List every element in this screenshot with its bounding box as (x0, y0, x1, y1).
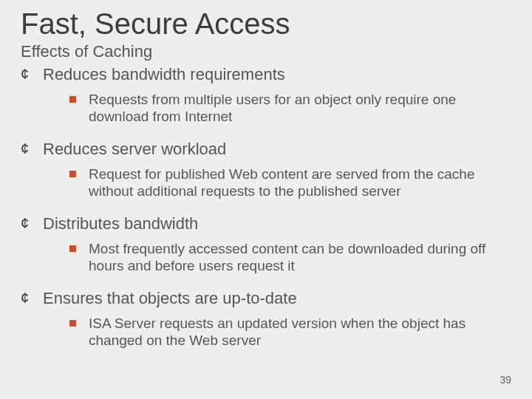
sub-list: ISA Server requests an updated version w… (43, 315, 511, 350)
slide: Fast, Secure Access Effects of Caching R… (0, 0, 532, 399)
list-item: Distributes bandwidth Most frequently ac… (21, 214, 511, 275)
sub-list: Most frequently accessed content can be … (43, 240, 511, 276)
list-item: Reduces server workload Request for publ… (21, 139, 511, 200)
bullet-heading: Reduces server workload (43, 139, 511, 160)
bullet-heading: Distributes bandwidth (43, 214, 511, 234)
bullet-heading: Ensures that objects are up-to-date (43, 288, 511, 309)
sub-list: Requests from multiple users for an obje… (43, 91, 511, 126)
sub-item: Most frequently accessed content can be … (69, 240, 511, 276)
bullet-heading: Reduces bandwidth requirements (43, 64, 511, 85)
list-item: Ensures that objects are up-to-date ISA … (21, 288, 511, 349)
slide-title: Fast, Secure Access (21, 7, 511, 41)
sub-item: Requests from multiple users for an obje… (69, 91, 511, 126)
sub-item: Request for published Web content are se… (69, 166, 511, 201)
slide-subtitle: Effects of Caching (21, 42, 511, 61)
sub-item: ISA Server requests an updated version w… (69, 315, 511, 350)
bullet-list: Reduces bandwidth requirements Requests … (21, 64, 511, 349)
page-number: 39 (499, 374, 511, 386)
sub-list: Request for published Web content are se… (43, 166, 511, 201)
list-item: Reduces bandwidth requirements Requests … (21, 64, 511, 126)
